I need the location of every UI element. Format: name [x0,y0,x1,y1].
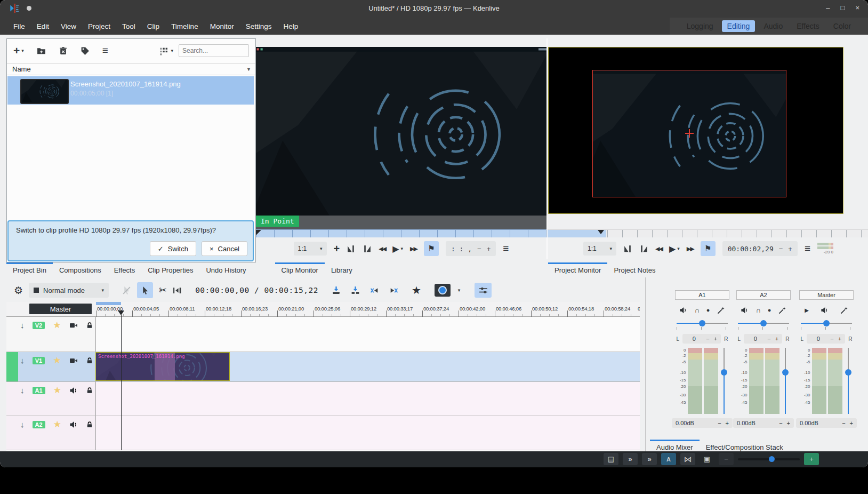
workspace-effects[interactable]: Effects [791,20,825,32]
view-mode-button[interactable]: ▾ [160,46,173,55]
collapse-track-icon[interactable]: ↓ [20,420,25,429]
track-target-zone-active[interactable] [6,352,18,381]
workspace-logging[interactable]: Logging [681,20,719,32]
add-marker-button[interactable]: + [334,243,340,255]
tab-effect-stack[interactable]: Effect/Composition Stack [700,440,790,451]
seek-playhead[interactable] [598,230,604,234]
menu-timeline[interactable]: Timeline [165,22,204,30]
volume-knob[interactable] [782,369,789,376]
play-button[interactable]: ▶▾ [669,244,680,254]
collapse-track-icon[interactable]: ↓ [20,321,25,330]
track-header-v2[interactable]: ↓ V2 ★ [6,317,96,352]
volume-knob[interactable] [845,369,851,376]
lift-zone-button[interactable] [389,286,398,295]
effects-wand-button[interactable] [840,306,848,314]
center-crosshair-icon[interactable] [689,129,690,138]
track-lane-v2[interactable] [96,317,640,352]
track-badge[interactable]: V1 [33,357,45,364]
mute-button[interactable] [679,306,687,314]
gain-increment[interactable]: + [850,420,853,426]
menu-monitor[interactable]: Monitor [204,22,240,30]
seek-playhead[interactable] [256,230,261,235]
project-monitor-menu-button[interactable]: ≡ [805,243,810,254]
audio-record-button[interactable] [435,284,451,297]
rewind-button[interactable]: ◀◀ [655,245,662,252]
lock-icon[interactable] [86,387,93,394]
gain-spinbox[interactable]: 0.00dB−+ [672,418,733,428]
track-target-zone[interactable] [6,382,18,416]
track-badge[interactable]: A1 [33,387,45,394]
gain-spinbox[interactable]: 0.00dB−+ [796,418,857,428]
project-monitor-seekbar[interactable] [548,229,868,237]
pan-decrement[interactable]: − [706,336,709,342]
tab-clip-properties[interactable]: Clip Properties [141,262,199,274]
volume-slider[interactable] [844,348,853,414]
effects-star-icon[interactable]: ★ [53,355,61,366]
project-monitor-video[interactable] [548,47,843,214]
project-zoom-select[interactable]: 1:1▾ [583,242,616,256]
selection-tool-button[interactable] [137,282,153,298]
timeline-position[interactable]: 00:00:00,00 / 00:00:15,22 [195,286,318,294]
fit-zoom-button[interactable]: ▣ [700,453,714,465]
balance-knob[interactable] [699,320,705,326]
volume-knob[interactable] [721,369,727,376]
master-track-button[interactable]: Master [29,304,92,314]
video-track-icon[interactable] [69,321,78,330]
tags-button[interactable] [81,46,90,55]
clip-monitor-menu-button[interactable]: ≡ [503,243,509,254]
show-mixer-button[interactable] [475,283,492,298]
lock-icon[interactable] [86,322,93,329]
effects-star-icon[interactable]: ★ [53,419,61,430]
mix-clips-button[interactable] [332,286,341,295]
menu-project[interactable]: Project [82,22,116,30]
no-selection-tool-button[interactable] [122,286,131,295]
zoom-out-button[interactable]: − [719,453,734,465]
lock-icon[interactable] [86,421,93,428]
clip-monitor-seekbar[interactable] [256,229,546,237]
track-header-v1[interactable]: ↓ V1 ★ [6,352,96,381]
insert-zone-button[interactable] [351,286,360,295]
delete-clip-button[interactable] [59,46,68,55]
zone-mode-button[interactable]: ⚑ [424,241,439,256]
pan-increment[interactable]: + [775,336,778,342]
mute-button[interactable] [821,306,829,314]
set-out-point-button[interactable] [639,244,648,253]
zoom-knob[interactable] [769,456,775,462]
menu-clip[interactable]: Clip [141,22,165,30]
volume-slider[interactable] [781,348,790,414]
gain-decrement[interactable]: − [842,420,845,426]
razor-tool-button[interactable]: ✂ [159,284,167,296]
timecode-increment[interactable]: + [788,245,792,253]
menu-view[interactable]: View [55,22,82,30]
menu-help[interactable]: Help [277,22,304,30]
gain-decrement[interactable]: − [718,420,721,426]
collapse-track-icon[interactable]: ↓ [20,386,25,395]
tab-library[interactable]: Library [325,262,359,274]
audio-track-icon[interactable] [69,420,78,429]
close-button[interactable]: × [855,4,859,12]
bin-clip-row[interactable]: Screenshot_20201007_161914.png 00:00:05;… [7,76,254,105]
create-folder-button[interactable] [37,46,46,55]
audio-thumbnails-button[interactable]: » [642,453,657,465]
maximize-button[interactable]: □ [841,4,845,12]
record-arm-button[interactable]: ● [768,307,771,313]
menu-edit[interactable]: Edit [31,22,55,30]
clip-monitor-video[interactable] [256,47,546,216]
timecode-decrement[interactable]: − [477,245,481,253]
menu-settings[interactable]: Settings [240,22,278,30]
effects-wand-button[interactable] [778,306,786,314]
workspace-color[interactable]: Color [828,20,856,32]
search-input[interactable] [179,44,249,57]
track-badge[interactable]: A2 [33,421,45,428]
pan-spinbox[interactable]: 0−+ [807,334,845,344]
record-arm-button[interactable]: ● [706,307,710,313]
marker-comments-button[interactable]: A [661,453,676,465]
set-in-point-button[interactable] [623,244,632,253]
balance-slider[interactable] [801,320,852,327]
video-thumbnails-button[interactable]: » [623,453,638,465]
workspace-audio[interactable]: Audio [758,20,788,32]
zoom-in-button[interactable]: + [804,453,819,465]
set-in-point-button[interactable] [347,244,356,253]
lock-icon[interactable] [86,357,93,364]
track-header-a1[interactable]: ↓ A1 ★ [6,382,96,416]
